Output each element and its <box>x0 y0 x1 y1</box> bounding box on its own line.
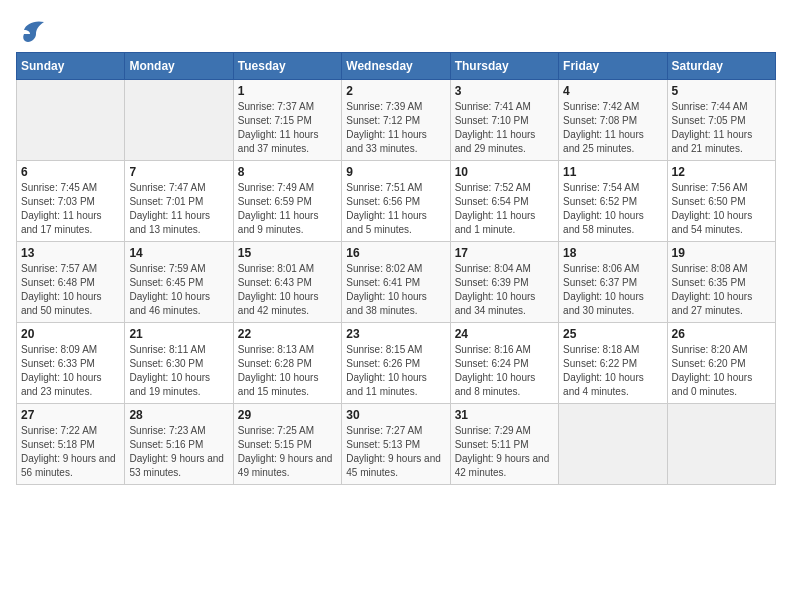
calendar-cell: 9Sunrise: 7:51 AM Sunset: 6:56 PM Daylig… <box>342 161 450 242</box>
day-number: 14 <box>129 246 228 260</box>
day-number: 12 <box>672 165 771 179</box>
calendar-cell: 23Sunrise: 8:15 AM Sunset: 6:26 PM Dayli… <box>342 323 450 404</box>
day-number: 9 <box>346 165 445 179</box>
calendar-cell: 12Sunrise: 7:56 AM Sunset: 6:50 PM Dayli… <box>667 161 775 242</box>
day-number: 28 <box>129 408 228 422</box>
day-detail: Sunrise: 7:45 AM Sunset: 7:03 PM Dayligh… <box>21 181 120 237</box>
calendar-cell: 16Sunrise: 8:02 AM Sunset: 6:41 PM Dayli… <box>342 242 450 323</box>
day-number: 17 <box>455 246 554 260</box>
calendar-cell: 4Sunrise: 7:42 AM Sunset: 7:08 PM Daylig… <box>559 80 667 161</box>
day-number: 16 <box>346 246 445 260</box>
day-detail: Sunrise: 7:44 AM Sunset: 7:05 PM Dayligh… <box>672 100 771 156</box>
calendar-cell: 25Sunrise: 8:18 AM Sunset: 6:22 PM Dayli… <box>559 323 667 404</box>
calendar-cell: 11Sunrise: 7:54 AM Sunset: 6:52 PM Dayli… <box>559 161 667 242</box>
calendar-cell: 10Sunrise: 7:52 AM Sunset: 6:54 PM Dayli… <box>450 161 558 242</box>
day-detail: Sunrise: 8:13 AM Sunset: 6:28 PM Dayligh… <box>238 343 337 399</box>
calendar-table: SundayMondayTuesdayWednesdayThursdayFrid… <box>16 52 776 485</box>
logo <box>16 16 52 44</box>
day-number: 24 <box>455 327 554 341</box>
calendar-cell: 2Sunrise: 7:39 AM Sunset: 7:12 PM Daylig… <box>342 80 450 161</box>
calendar-cell: 27Sunrise: 7:22 AM Sunset: 5:18 PM Dayli… <box>17 404 125 485</box>
weekday-header-friday: Friday <box>559 53 667 80</box>
calendar-cell: 31Sunrise: 7:29 AM Sunset: 5:11 PM Dayli… <box>450 404 558 485</box>
day-detail: Sunrise: 7:25 AM Sunset: 5:15 PM Dayligh… <box>238 424 337 480</box>
day-detail: Sunrise: 7:57 AM Sunset: 6:48 PM Dayligh… <box>21 262 120 318</box>
calendar-cell: 19Sunrise: 8:08 AM Sunset: 6:35 PM Dayli… <box>667 242 775 323</box>
weekday-header-sunday: Sunday <box>17 53 125 80</box>
day-number: 10 <box>455 165 554 179</box>
day-detail: Sunrise: 8:20 AM Sunset: 6:20 PM Dayligh… <box>672 343 771 399</box>
day-number: 1 <box>238 84 337 98</box>
day-number: 4 <box>563 84 662 98</box>
weekday-header-monday: Monday <box>125 53 233 80</box>
day-number: 22 <box>238 327 337 341</box>
day-detail: Sunrise: 7:51 AM Sunset: 6:56 PM Dayligh… <box>346 181 445 237</box>
calendar-week-row: 1Sunrise: 7:37 AM Sunset: 7:15 PM Daylig… <box>17 80 776 161</box>
day-detail: Sunrise: 8:02 AM Sunset: 6:41 PM Dayligh… <box>346 262 445 318</box>
calendar-cell: 26Sunrise: 8:20 AM Sunset: 6:20 PM Dayli… <box>667 323 775 404</box>
day-detail: Sunrise: 7:42 AM Sunset: 7:08 PM Dayligh… <box>563 100 662 156</box>
calendar-cell: 29Sunrise: 7:25 AM Sunset: 5:15 PM Dayli… <box>233 404 341 485</box>
calendar-cell: 15Sunrise: 8:01 AM Sunset: 6:43 PM Dayli… <box>233 242 341 323</box>
calendar-cell: 17Sunrise: 8:04 AM Sunset: 6:39 PM Dayli… <box>450 242 558 323</box>
calendar-cell <box>17 80 125 161</box>
day-number: 31 <box>455 408 554 422</box>
calendar-cell: 30Sunrise: 7:27 AM Sunset: 5:13 PM Dayli… <box>342 404 450 485</box>
day-number: 11 <box>563 165 662 179</box>
day-detail: Sunrise: 8:16 AM Sunset: 6:24 PM Dayligh… <box>455 343 554 399</box>
day-detail: Sunrise: 8:06 AM Sunset: 6:37 PM Dayligh… <box>563 262 662 318</box>
day-number: 29 <box>238 408 337 422</box>
calendar-week-row: 13Sunrise: 7:57 AM Sunset: 6:48 PM Dayli… <box>17 242 776 323</box>
day-number: 8 <box>238 165 337 179</box>
weekday-header-tuesday: Tuesday <box>233 53 341 80</box>
day-detail: Sunrise: 7:29 AM Sunset: 5:11 PM Dayligh… <box>455 424 554 480</box>
day-number: 13 <box>21 246 120 260</box>
calendar-cell: 6Sunrise: 7:45 AM Sunset: 7:03 PM Daylig… <box>17 161 125 242</box>
calendar-cell: 21Sunrise: 8:11 AM Sunset: 6:30 PM Dayli… <box>125 323 233 404</box>
day-detail: Sunrise: 7:52 AM Sunset: 6:54 PM Dayligh… <box>455 181 554 237</box>
day-number: 21 <box>129 327 228 341</box>
calendar-week-row: 27Sunrise: 7:22 AM Sunset: 5:18 PM Dayli… <box>17 404 776 485</box>
day-number: 27 <box>21 408 120 422</box>
day-detail: Sunrise: 7:41 AM Sunset: 7:10 PM Dayligh… <box>455 100 554 156</box>
calendar-cell: 28Sunrise: 7:23 AM Sunset: 5:16 PM Dayli… <box>125 404 233 485</box>
calendar-cell: 22Sunrise: 8:13 AM Sunset: 6:28 PM Dayli… <box>233 323 341 404</box>
calendar-week-row: 6Sunrise: 7:45 AM Sunset: 7:03 PM Daylig… <box>17 161 776 242</box>
day-detail: Sunrise: 7:47 AM Sunset: 7:01 PM Dayligh… <box>129 181 228 237</box>
calendar-cell: 7Sunrise: 7:47 AM Sunset: 7:01 PM Daylig… <box>125 161 233 242</box>
calendar-cell <box>559 404 667 485</box>
day-detail: Sunrise: 7:27 AM Sunset: 5:13 PM Dayligh… <box>346 424 445 480</box>
calendar-header <box>16 16 776 44</box>
calendar-cell: 5Sunrise: 7:44 AM Sunset: 7:05 PM Daylig… <box>667 80 775 161</box>
logo-icon <box>16 16 48 44</box>
day-number: 3 <box>455 84 554 98</box>
day-number: 15 <box>238 246 337 260</box>
day-detail: Sunrise: 8:11 AM Sunset: 6:30 PM Dayligh… <box>129 343 228 399</box>
day-number: 5 <box>672 84 771 98</box>
day-detail: Sunrise: 7:54 AM Sunset: 6:52 PM Dayligh… <box>563 181 662 237</box>
day-number: 18 <box>563 246 662 260</box>
day-detail: Sunrise: 8:04 AM Sunset: 6:39 PM Dayligh… <box>455 262 554 318</box>
day-number: 2 <box>346 84 445 98</box>
day-detail: Sunrise: 7:22 AM Sunset: 5:18 PM Dayligh… <box>21 424 120 480</box>
weekday-header-thursday: Thursday <box>450 53 558 80</box>
day-detail: Sunrise: 8:01 AM Sunset: 6:43 PM Dayligh… <box>238 262 337 318</box>
calendar-cell <box>125 80 233 161</box>
day-number: 7 <box>129 165 228 179</box>
day-number: 30 <box>346 408 445 422</box>
calendar-cell: 18Sunrise: 8:06 AM Sunset: 6:37 PM Dayli… <box>559 242 667 323</box>
calendar-header-row: SundayMondayTuesdayWednesdayThursdayFrid… <box>17 53 776 80</box>
day-detail: Sunrise: 7:23 AM Sunset: 5:16 PM Dayligh… <box>129 424 228 480</box>
day-number: 19 <box>672 246 771 260</box>
day-detail: Sunrise: 8:15 AM Sunset: 6:26 PM Dayligh… <box>346 343 445 399</box>
calendar-cell: 14Sunrise: 7:59 AM Sunset: 6:45 PM Dayli… <box>125 242 233 323</box>
calendar-cell: 13Sunrise: 7:57 AM Sunset: 6:48 PM Dayli… <box>17 242 125 323</box>
calendar-cell: 20Sunrise: 8:09 AM Sunset: 6:33 PM Dayli… <box>17 323 125 404</box>
day-number: 20 <box>21 327 120 341</box>
day-detail: Sunrise: 7:39 AM Sunset: 7:12 PM Dayligh… <box>346 100 445 156</box>
day-detail: Sunrise: 7:56 AM Sunset: 6:50 PM Dayligh… <box>672 181 771 237</box>
calendar-cell: 1Sunrise: 7:37 AM Sunset: 7:15 PM Daylig… <box>233 80 341 161</box>
calendar-cell <box>667 404 775 485</box>
day-detail: Sunrise: 8:09 AM Sunset: 6:33 PM Dayligh… <box>21 343 120 399</box>
calendar-week-row: 20Sunrise: 8:09 AM Sunset: 6:33 PM Dayli… <box>17 323 776 404</box>
